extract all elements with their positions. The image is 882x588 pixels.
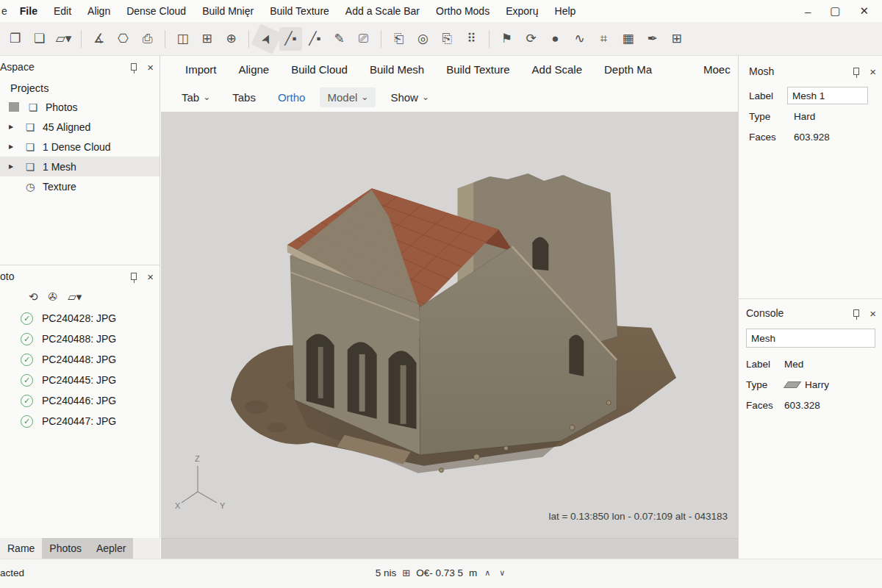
menu-item-add-scale-bar[interactable]: Add a Scale Bar	[337, 5, 428, 17]
chevron-down-icon: ⌄	[422, 92, 429, 102]
close-panel-icon[interactable]: ×	[870, 308, 876, 319]
region-blob-icon[interactable]: ●	[544, 27, 567, 51]
ribbon-tab-build-texture[interactable]: Build Texture	[435, 63, 520, 76]
menu-item-build-texture[interactable]: Build Texture	[262, 5, 337, 17]
maximize-icon[interactable]: ▢	[830, 4, 840, 18]
chevron-up-icon[interactable]: ∧	[483, 568, 492, 578]
target-panel-icon[interactable]: ⊕	[220, 27, 243, 51]
status-bar: acted 5 nis ⊞ O€- 0.73 5 m ∧ ∨	[0, 559, 882, 588]
angle-tool-icon[interactable]: ∡	[87, 27, 110, 51]
menu-item-ortho-mods[interactable]: Ortho Mods	[428, 5, 498, 17]
photo-list-item[interactable]: ✓ PC240448: JPG	[0, 349, 159, 370]
view-tab-tabs[interactable]: Tabs	[225, 87, 263, 107]
ruler-tool-icon[interactable]: ╱▪	[279, 27, 302, 51]
refresh-icon[interactable]: ⟳	[520, 27, 542, 51]
ribbon-tab-build-cloud[interactable]: Build Cloud	[280, 63, 359, 76]
sync-icon[interactable]: ⟲	[25, 289, 42, 305]
photo-list-item[interactable]: ✓ PC240447: JPG	[0, 411, 159, 431]
bottom-tab-apler[interactable]: Aepler	[89, 538, 133, 559]
menu-item-help[interactable]: Help	[547, 5, 584, 17]
expander-icon[interactable]: ▶	[6, 163, 16, 170]
view-tab-model[interactable]: Model ⌄	[320, 87, 376, 107]
open-folder-icon[interactable]: ❏	[28, 27, 51, 51]
tree-item-texture[interactable]: • ◷ Texture	[0, 176, 159, 196]
polyline-icon[interactable]: ∿	[568, 27, 591, 51]
mask-icon[interactable]: ⌗	[592, 27, 615, 51]
shape-dropdown-icon[interactable]: ▱▾	[64, 289, 85, 305]
model-viewport[interactable]: Z X Y lat = 0.13:850 lon - 0.07:109 alt …	[161, 112, 738, 538]
view-tab-ortho[interactable]: Ortho	[270, 87, 313, 107]
pin-panel-icon[interactable]	[853, 309, 859, 317]
check-icon: ✓	[21, 312, 33, 325]
doc-import-icon[interactable]: ⎗	[387, 27, 410, 51]
console-faces-key: Faces	[746, 400, 784, 411]
photo-list-item[interactable]: ✓ PC240445: JPG	[0, 370, 159, 390]
ribbon-tab-depth-map[interactable]: Depth Ma	[593, 63, 663, 76]
left-column: Aspace × Projects ❏ Photos ▶ ❏ 45 Aligne…	[0, 56, 160, 538]
check-icon: ✓	[21, 395, 33, 407]
view-tab-tab[interactable]: Tab ⌄	[174, 87, 218, 107]
close-panel-icon[interactable]: ×	[147, 62, 154, 73]
photo-list-item[interactable]: ✓ PC240488: JPG	[0, 329, 159, 349]
bottom-tab-photos[interactable]: Photos	[42, 538, 89, 559]
console-input[interactable]	[746, 329, 875, 348]
add-panel-icon[interactable]: ⊞	[196, 27, 218, 51]
menu-item-partial[interactable]: e	[0, 5, 12, 17]
mesh-label-input[interactable]	[787, 87, 868, 104]
toolbar-separator	[81, 30, 82, 48]
view-tab-label: Tabs	[232, 91, 256, 104]
dock-panel-icon[interactable]: ◫	[171, 27, 194, 51]
doc-export-icon[interactable]: ⎘	[436, 27, 459, 51]
attach-icon[interactable]: ✇	[45, 289, 62, 305]
grid-card-icon[interactable]: ▦	[617, 27, 639, 51]
ribbon-tab-add-scale[interactable]: Add Scale	[521, 63, 593, 76]
ribbon-tab-build-mesh[interactable]: Build Mesh	[359, 63, 435, 76]
menu-item-dense-cloud[interactable]: Dense Cloud	[118, 5, 194, 17]
bottom-tab-frame[interactable]: Rame	[0, 538, 42, 559]
chevron-down-icon: ⌄	[203, 92, 210, 102]
viewport-bottom-strip	[161, 538, 738, 559]
minimize-icon[interactable]: –	[805, 5, 811, 18]
menu-item-edit[interactable]: Edit	[46, 5, 79, 17]
ribbon-tab-model[interactable]: Moec	[692, 63, 742, 76]
tree-item-aligned[interactable]: ▶ ❏ 45 Aligned	[0, 117, 159, 137]
doc-clear-icon[interactable]: ⎚	[352, 27, 375, 51]
mesh-panel: Mosh × Label Type Hard Faces 603.928	[739, 56, 882, 147]
tree-item-dense-cloud[interactable]: ▶ ❏ 1 Dense Cloud	[0, 137, 159, 157]
close-panel-icon[interactable]: ×	[147, 271, 154, 282]
view-tab-show[interactable]: Show ⌄	[383, 87, 437, 107]
pin-panel-icon[interactable]	[131, 273, 137, 280]
flag-icon[interactable]: ⚑	[495, 27, 518, 51]
menu-item-build-mesh[interactable]: Build Mnięr	[194, 5, 262, 17]
chevron-down-icon[interactable]: ∨	[498, 568, 506, 578]
ribbon-tab-align[interactable]: Aligne	[228, 63, 281, 76]
close-panel-icon[interactable]: ×	[870, 66, 876, 77]
close-icon[interactable]: ✕	[859, 4, 869, 18]
photo-list-item[interactable]: ✓ PC240446: JPG	[0, 390, 159, 411]
pencil-tool-icon[interactable]: ✎	[328, 27, 351, 51]
hand-tool-icon[interactable]: ⎔	[112, 27, 135, 51]
select-cursor-icon[interactable]: ➤	[251, 24, 282, 54]
pin-icon[interactable]: ✒	[641, 27, 664, 51]
tree-item-photos[interactable]: ❏ Photos	[0, 97, 159, 117]
status-center: 5 nis ⊞ O€- 0.73 5 m ∧ ∨	[376, 567, 507, 578]
menu-item-export[interactable]: Exporų	[498, 5, 546, 17]
expander-icon[interactable]: ▶	[6, 143, 16, 150]
photo-list-item[interactable]: ✓ PC240428: JPG	[0, 308, 159, 329]
shape-tool-icon[interactable]: ▱▾	[52, 27, 75, 51]
ribbon-tab-import[interactable]: Import	[174, 63, 228, 76]
doc-target-icon[interactable]: ◎	[412, 27, 434, 51]
open-project-icon[interactable]: ❐	[4, 27, 26, 51]
status-value: O€- 0.73 5	[416, 567, 463, 578]
pin-panel-icon[interactable]	[131, 63, 137, 71]
pin-panel-icon[interactable]	[853, 68, 859, 75]
page-icon: ❏	[26, 101, 40, 113]
menu-item-file[interactable]: File	[12, 5, 46, 17]
blocks-icon[interactable]: ⠿	[460, 27, 483, 51]
tree-item-mesh[interactable]: ▶ ❏ 1 Mesh	[0, 157, 159, 176]
expander-icon[interactable]: ▶	[6, 123, 16, 130]
table-grid-icon[interactable]: ⊞	[665, 27, 688, 51]
save-icon[interactable]: ⎙	[136, 27, 159, 51]
menu-item-align[interactable]: Align	[79, 5, 118, 17]
measure-line-icon[interactable]: ╱▪	[304, 27, 326, 51]
